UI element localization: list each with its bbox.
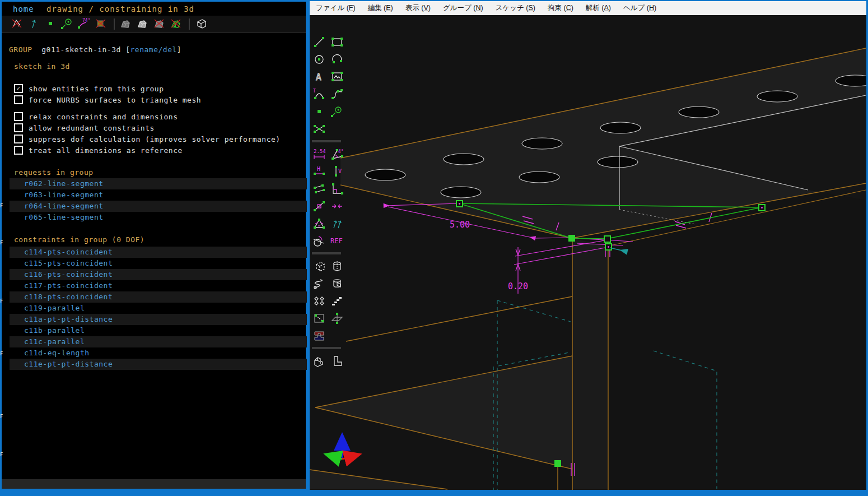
menu-a[interactable]: 解析 (A): [580, 3, 617, 13]
cad-scene[interactable]: 5.00 0.20: [310, 15, 866, 490]
rename-del-link[interactable]: rename/del: [130, 45, 177, 54]
lathe-group-icon[interactable]: [329, 257, 346, 275]
construction-circle-icon[interactable]: [60, 17, 74, 31]
list-item[interactable]: c11c-parallel: [10, 336, 307, 347]
construction-tool-icon[interactable]: [329, 103, 346, 120]
svg-text:2.54: 2.54: [314, 149, 326, 154]
crossed-line-icon[interactable]: [10, 17, 24, 31]
list-item[interactable]: r062-line-segment: [10, 178, 307, 189]
same-orientation-constraint-icon[interactable]: [329, 215, 346, 232]
zoom-arrow-icon[interactable]: [26, 17, 41, 31]
toolbar-section-1: 2.5474°HVREF: [311, 145, 346, 249]
browser-tab-row: home drawing / constraining in 3d: [2, 2, 306, 16]
datum-point-tool-icon[interactable]: [311, 103, 328, 120]
line-r064: [572, 238, 607, 239]
angle-bracket-part-icon[interactable]: [329, 352, 346, 369]
extrude-group-icon[interactable]: [311, 257, 328, 275]
solid-model-light-icon[interactable]: [135, 17, 150, 31]
parallel-constraint-icon[interactable]: [311, 180, 328, 197]
show-part-icon[interactable]: [311, 352, 328, 369]
checkbox-4[interactable]: [14, 135, 23, 143]
blank: [329, 120, 346, 137]
list-item[interactable]: c11e-pt-pt-distance: [10, 359, 307, 370]
checkbox-label: show entities from this group: [29, 85, 164, 93]
browser-edit-line[interactable]: [2, 479, 306, 489]
dim-thickness-text[interactable]: 0.20: [508, 281, 528, 291]
angle-constraint-icon[interactable]: 74°: [329, 145, 346, 163]
tangent-arc-tool-icon[interactable]: T: [311, 85, 328, 103]
circle-tool-icon[interactable]: [311, 50, 328, 68]
mesh-model-x-icon[interactable]: [169, 17, 183, 31]
toolbar-section-3: [311, 352, 346, 369]
list-item[interactable]: c11b-parallel: [10, 325, 307, 336]
angle-icon[interactable]: 74°: [77, 17, 91, 31]
link-part-icon[interactable]: [311, 327, 328, 344]
list-item[interactable]: c117-pts-coincident: [10, 280, 307, 291]
arc-tool-icon[interactable]: [329, 50, 346, 68]
line-tool-icon[interactable]: [311, 33, 328, 50]
menu-v[interactable]: 表示 (V): [399, 3, 437, 13]
menu-n[interactable]: グループ (N): [437, 3, 489, 13]
sketch-in-workplane-icon[interactable]: [311, 309, 328, 327]
revolve-group-icon[interactable]: [329, 275, 346, 292]
menu-h[interactable]: ヘルプ (H): [617, 3, 662, 13]
tangent-constraint-icon[interactable]: [311, 232, 328, 249]
solid-model-x-icon[interactable]: [152, 17, 166, 31]
symmetric-constraint-icon[interactable]: [329, 197, 346, 215]
toolbar-divider: [312, 140, 341, 142]
hole: [598, 156, 638, 168]
hole: [519, 171, 559, 183]
menu-f[interactable]: ファイル (F): [310, 3, 362, 13]
3d-viewport[interactable]: 5.00 0.20: [310, 15, 866, 490]
image-tool-icon[interactable]: [329, 68, 346, 85]
edge-artifact: F: [0, 414, 3, 419]
distance-constraint-icon[interactable]: 2.54: [311, 145, 328, 163]
constraints-header: constraints in group (0 DOF): [14, 235, 144, 244]
list-item[interactable]: c118-pts-coincident: [10, 291, 307, 303]
rectangle-tool-icon[interactable]: [329, 33, 346, 50]
vertical-constraint-icon[interactable]: V: [329, 163, 346, 180]
list-item[interactable]: c119-parallel: [10, 303, 307, 314]
checkbox-1[interactable]: [14, 95, 23, 104]
list-item[interactable]: r065-line-segment: [10, 212, 307, 223]
workplane-icon[interactable]: [329, 309, 346, 327]
menu-s[interactable]: スケッチ (S): [489, 3, 542, 13]
list-item[interactable]: c11d-eq-length: [10, 347, 307, 359]
menu-e[interactable]: 編集 (E): [362, 3, 399, 13]
checkbox-0[interactable]: ✓: [14, 84, 23, 93]
list-item[interactable]: r063-line-segment: [10, 189, 307, 201]
dim-length-text[interactable]: 5.00: [450, 220, 470, 230]
shaded-hidden-x-icon[interactable]: [94, 17, 108, 31]
toolbar-section-2: [311, 257, 346, 344]
text-tool-icon[interactable]: A: [311, 68, 328, 85]
list-item[interactable]: c114-pts-coincident: [10, 247, 307, 258]
list-item[interactable]: r064-line-segment: [10, 201, 307, 212]
point-on-line-constraint-icon[interactable]: [311, 197, 328, 215]
checkbox-label: force NURBS surfaces to triangle mesh: [29, 96, 201, 104]
reference-constraint-icon[interactable]: REF: [329, 232, 346, 249]
menu-c[interactable]: 拘束 (C): [542, 3, 580, 13]
solid-model-icon[interactable]: [118, 17, 133, 31]
equal-constraint-icon[interactable]: [311, 215, 328, 232]
checkbox-2[interactable]: [14, 112, 23, 121]
point-icon[interactable]: [43, 17, 58, 31]
checkbox-3[interactable]: [14, 123, 23, 132]
checkbox-5[interactable]: [14, 146, 23, 155]
horizontal-constraint-icon[interactable]: H: [311, 163, 328, 180]
breadcrumb-group-path[interactable]: drawing / constraining in 3d: [46, 4, 194, 13]
spline-tool-icon[interactable]: [329, 85, 346, 103]
list-item[interactable]: c115-pts-coincident: [10, 258, 307, 269]
show-edges-cube-icon[interactable]: [193, 17, 208, 31]
translate-group-icon[interactable]: [311, 292, 328, 309]
split-curves-tool-icon[interactable]: [311, 120, 328, 137]
helix-group-icon[interactable]: [311, 275, 328, 292]
list-item[interactable]: c11a-pt-pt-distance: [10, 314, 307, 325]
tab-home[interactable]: home: [13, 4, 34, 13]
list-item[interactable]: c116-pts-coincident: [10, 269, 307, 280]
hole: [522, 138, 562, 149]
checkbox-label: suppress dof calculation (improves solve…: [29, 135, 281, 143]
step-rotate-group-icon[interactable]: [329, 292, 346, 309]
hole: [441, 187, 481, 198]
bracket: ]: [177, 45, 181, 54]
perpendicular-constraint-icon[interactable]: [329, 180, 346, 197]
